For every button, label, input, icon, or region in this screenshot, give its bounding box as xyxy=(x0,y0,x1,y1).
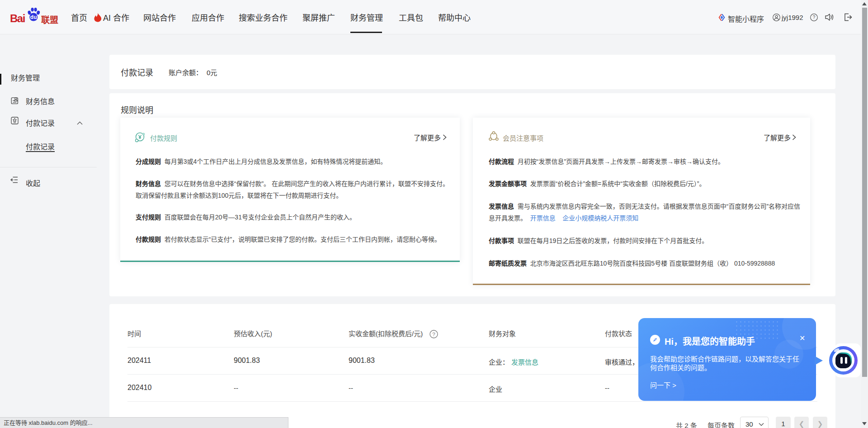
svg-text:?: ? xyxy=(813,15,816,20)
svg-text:?: ? xyxy=(432,332,435,337)
svg-text:du: du xyxy=(30,14,37,20)
